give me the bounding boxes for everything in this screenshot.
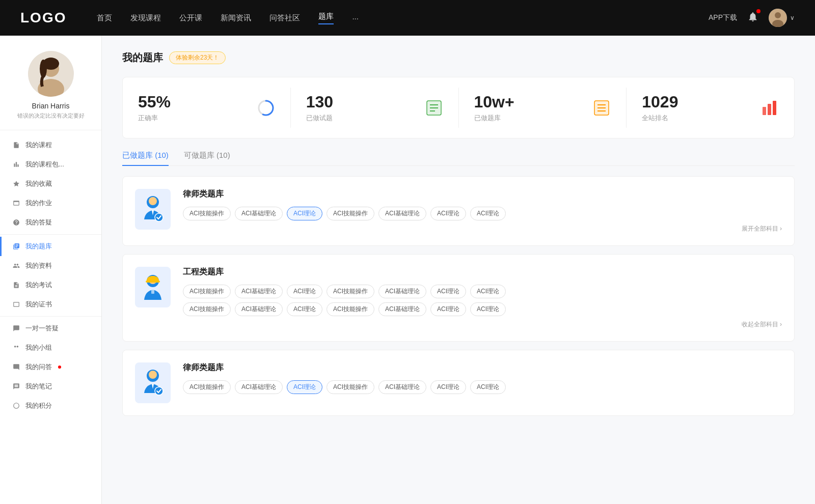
sidebar-label-my-package: 我的课程包... [25,160,64,169]
main-content: 我的题库 体验剩余23天！ 55% 正确率 [102,36,815,504]
profile-avatar [28,51,74,97]
nav-discover[interactable]: 发现课程 [130,13,161,23]
tag-lawyer-1-4[interactable]: ACI基础理论 [378,207,426,220]
tag-eng-1-r2-5[interactable]: ACI理论 [430,302,466,316]
tag-lawyer-2-3[interactable]: ACI技能操作 [327,380,374,394]
points-icon [12,402,20,410]
sidebar-item-my-points[interactable]: 我的积分 [0,396,101,415]
data-icon [12,262,20,270]
svg-rect-29 [151,290,154,294]
tag-eng-1-r2-3[interactable]: ACI技能操作 [327,302,374,316]
tag-lawyer-1-3[interactable]: ACI技能操作 [327,207,374,220]
tag-lawyer-2-5[interactable]: ACI理论 [430,380,466,394]
nav-links: 首页 发现课程 公开课 新闻资讯 问答社区 题库 ··· [97,12,709,24]
cert-icon [12,300,20,309]
sidebar-label-my-exam: 我的考试 [25,281,52,290]
tag-lawyer-2-6[interactable]: ACI理论 [470,380,506,394]
tag-row-engineer-1-r1: ACI技能操作 ACI基础理论 ACI理论 ACI技能操作 ACI基础理论 AC… [183,285,782,298]
sidebar-item-my-data[interactable]: 我的资料 [0,256,101,275]
sidebar-item-my-favorites[interactable]: 我的收藏 [0,174,101,193]
stat-done-questions-label: 已做试题 [306,114,425,123]
tag-lawyer-1-0[interactable]: ACI技能操作 [183,207,231,220]
homework-icon [12,199,20,207]
bank-icon-lawyer-2 [135,362,171,403]
tag-eng-1-r1-2[interactable]: ACI理论 [287,285,322,298]
tab-available-banks[interactable]: 可做题库 (10) [184,151,230,165]
sidebar-item-one-on-one[interactable]: 一对一答疑 [0,319,101,338]
rank-icon [760,99,779,117]
sidebar-item-my-homework[interactable]: 我的作业 [0,193,101,213]
sidebar-item-my-cert[interactable]: 我的证书 [0,295,101,314]
nav-opencourse[interactable]: 公开课 [179,13,202,23]
svg-rect-21 [768,104,771,115]
bank-card-lawyer-1: 律师类题库 ACI技能操作 ACI基础理论 ACI理论 ACI技能操作 ACI基… [122,176,795,246]
collapse-btn-engineer-1[interactable]: 收起全部科目 › [183,320,782,329]
tag-lawyer-2-0[interactable]: ACI技能操作 [183,380,231,394]
profile-name: Brian Harris [10,102,91,110]
app-download-btn[interactable]: APP下载 [709,13,737,22]
bank-icon [12,242,20,250]
sidebar-divider-2 [0,316,101,317]
trial-badge: 体验剩余23天！ [169,51,226,64]
sidebar-item-my-qa[interactable]: 我的问答 [0,357,101,377]
nav-qa[interactable]: 问答社区 [269,13,300,23]
tag-lawyer-1-5[interactable]: ACI理论 [430,207,466,220]
tab-done-banks[interactable]: 已做题库 (10) [122,151,169,165]
sidebar-item-my-course[interactable]: 我的课程 [0,135,101,155]
stat-done-banks: 10w+ 已做题库 [459,88,627,128]
stat-done-questions-value: 130 [306,93,425,111]
tag-eng-1-r2-2[interactable]: ACI理论 [287,302,322,316]
tag-row-lawyer-2: ACI技能操作 ACI基础理论 ACI理论 ACI技能操作 ACI基础理论 AC… [183,380,782,394]
sidebar-label-my-questions: 我的答疑 [25,218,52,227]
sidebar: Brian Harris 错误的决定比没有决定要好 我的课程 我的课程包... [0,36,102,504]
bar-chart-icon [12,160,20,169]
profile-motto: 错误的决定比没有决定要好 [10,112,91,120]
tag-eng-1-r2-0[interactable]: ACI技能操作 [183,302,231,316]
sidebar-profile: Brian Harris 错误的决定比没有决定要好 [0,51,101,130]
sidebar-label-one-on-one: 一对一答疑 [25,324,59,333]
sidebar-item-my-package[interactable]: 我的课程包... [0,155,101,174]
nav-news[interactable]: 新闻资讯 [221,13,251,23]
nav-home[interactable]: 首页 [97,13,112,23]
qa-icon [12,363,20,371]
stat-done-banks-content: 10w+ 已做题库 [474,93,593,123]
sidebar-item-my-group[interactable]: 我的小组 [0,338,101,357]
tag-lawyer-1-1[interactable]: ACI基础理论 [235,207,283,220]
user-avatar-menu[interactable]: ∨ [769,9,795,27]
sidebar-menu: 我的课程 我的课程包... 我的收藏 我的作业 [0,130,101,421]
sidebar-item-my-exam[interactable]: 我的考试 [0,275,101,295]
tag-eng-1-r2-1[interactable]: ACI基础理论 [235,302,283,316]
tag-eng-1-r1-3[interactable]: ACI技能操作 [327,285,374,298]
tag-lawyer-2-4[interactable]: ACI基础理论 [378,380,426,394]
tag-eng-1-r1-6[interactable]: ACI理论 [470,285,506,298]
expand-btn-lawyer-1[interactable]: 展开全部科目 › [183,225,782,233]
avatar [769,9,787,27]
nav-bank[interactable]: 题库 [318,12,334,24]
logo[interactable]: LOGO [20,10,66,26]
tag-eng-1-r1-0[interactable]: ACI技能操作 [183,285,231,298]
stat-site-rank-content: 1029 全站排名 [642,93,760,123]
sidebar-item-my-questions[interactable]: 我的答疑 [0,213,101,232]
tag-eng-1-r1-1[interactable]: ACI基础理论 [235,285,283,298]
document-icon [12,141,20,149]
stat-done-questions: 130 已做试题 [291,88,459,128]
sidebar-label-my-course: 我的课程 [25,141,52,150]
tag-eng-1-r2-4[interactable]: ACI基础理论 [378,302,426,316]
sidebar-item-my-notes[interactable]: 我的笔记 [0,377,101,396]
tag-lawyer-2-1[interactable]: ACI基础理论 [235,380,283,394]
tag-lawyer-1-6[interactable]: ACI理论 [470,207,506,220]
bank-icon-lawyer-1 [135,189,171,230]
notification-bell[interactable] [747,11,758,24]
nav-more[interactable]: ··· [352,14,359,22]
sidebar-item-my-bank[interactable]: 我的题库 [0,237,101,256]
tag-eng-1-r1-5[interactable]: ACI理论 [430,285,466,298]
bank-info-lawyer-2: 律师类题库 ACI技能操作 ACI基础理论 ACI理论 ACI技能操作 ACI基… [183,362,782,398]
question-icon [12,218,20,227]
tag-lawyer-2-2[interactable]: ACI理论 [287,380,322,394]
tag-eng-1-r1-4[interactable]: ACI基础理论 [378,285,426,298]
sidebar-divider-1 [0,234,101,235]
bank-name-lawyer-2: 律师类题库 [183,362,782,373]
tag-lawyer-1-2[interactable]: ACI理论 [287,207,322,220]
svg-point-32 [155,387,163,395]
tag-eng-1-r2-6[interactable]: ACI理论 [470,302,506,316]
